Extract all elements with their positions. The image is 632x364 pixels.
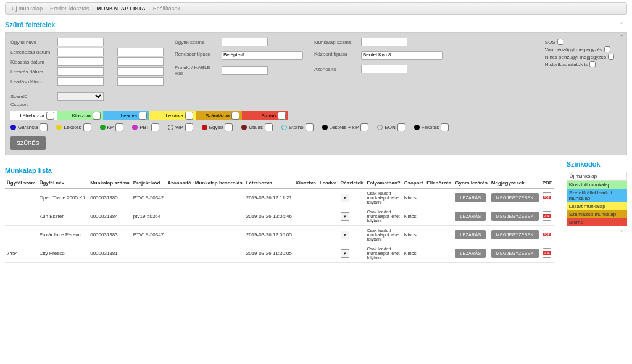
cell-ugyfel-nev: Kun Eszter [38,207,89,226]
chip-checkbox[interactable] [83,123,91,131]
close-button[interactable]: LEZÁRÁS [455,193,486,202]
input-kiosztas-to[interactable] [117,57,164,66]
th-csoport[interactable]: Csoport [402,178,425,189]
input-munkalap-szama[interactable] [361,38,407,46]
chip-checkbox[interactable] [397,123,405,131]
th-megjegyzesek[interactable]: Megjegyzések [489,178,541,189]
input-projekt-kod[interactable] [222,66,268,75]
th-kiosztva[interactable]: Kiosztva [294,178,318,189]
checkbox-sos[interactable] [557,39,563,45]
chip-label: VIP [175,125,183,130]
cell-pdf [541,207,554,226]
chip-checkbox[interactable] [115,123,123,131]
cell-ugyfel-szam: 7454 [5,244,38,263]
close-button[interactable]: LEZÁRÁS [455,212,486,221]
worksheet-table: Ügyfél szám Ügyfél név Munkalap száma Pr… [5,178,554,263]
details-dropdown-icon[interactable]: ▾ [341,231,349,239]
close-button[interactable]: LEZÁRÁS [455,249,486,258]
cell-letrehozva: 2019-03-26 12:06:46 [244,207,294,226]
input-lezaras-to[interactable] [117,67,164,76]
cell-leadva [318,244,339,263]
chip-label: Lekötés + KP [330,125,359,130]
close-button[interactable]: LEZÁRÁS [455,230,486,239]
chip-checkbox[interactable] [306,123,314,131]
checkbox-status-leadva[interactable] [139,112,147,120]
th-gyors-lezaras[interactable]: Gyors lezárás [453,178,489,189]
select-rendszer-tipus[interactable]: BeléptetőEgyébHelyi riasztóKamerarendsze… [222,51,303,60]
th-munkalap-szama[interactable]: Munkalap száma [88,178,131,189]
notes-button[interactable]: MEGJEGYZÉSEK [491,230,539,239]
th-letrehozva[interactable]: Létrehozva [244,178,294,189]
select-kozpont-tipusa[interactable]: Bentel Kyo 8Bentel Omnia 8C&KDSC 1550DSC… [361,51,443,60]
checkbox-van-penz[interactable] [604,46,610,52]
th-pdf[interactable]: PDF [541,178,554,189]
cell-munkalap-szama: 0000031383 [88,226,131,244]
chip-label: KP [107,125,114,130]
chip-vip: VIP [168,123,193,131]
details-dropdown-icon[interactable]: ▾ [341,249,349,258]
pdf-icon[interactable] [543,211,551,221]
notes-button[interactable]: MEGJEGYZÉSEK [491,249,539,258]
label-azonosito: Azonosító [314,67,359,72]
input-ugyfel-szama[interactable] [222,38,268,46]
input-azonosito[interactable] [361,65,407,73]
status-storno: Stornó [261,113,276,118]
input-letrehozas[interactable] [57,48,104,56]
chip-eon: EON [377,123,405,131]
pdf-icon[interactable] [543,248,551,258]
chip-dot-icon [377,125,383,130]
chip-checkbox[interactable] [441,123,449,131]
notes-button[interactable]: MEGJEGYZÉSEK [491,193,539,202]
checkbox-historikus[interactable] [589,61,596,67]
input-lezaras[interactable] [57,67,104,76]
th-reszletek[interactable]: Részletek [339,178,365,189]
chip-checkbox[interactable] [225,123,233,131]
details-dropdown-icon[interactable]: ▾ [341,194,349,202]
tab-new-worksheet[interactable]: Új munkalap [12,6,43,12]
checkbox-status-storno[interactable] [278,112,286,120]
chip-checkbox[interactable] [265,123,273,131]
th-folyamatban[interactable]: Folyamatban? [365,178,402,189]
input-kiosztas[interactable] [57,57,104,66]
table-row: Protár Imre Ferenc0000031383PTV19-503472… [5,226,554,244]
input-ugyfel-neve[interactable] [57,38,104,46]
th-azonosito[interactable]: Azonosító [165,178,193,189]
th-ugyfel-nev[interactable]: Ügyfél név [38,178,89,189]
input-leadas[interactable] [57,77,104,86]
notes-button[interactable]: MEGJEGYZÉSEK [491,212,539,221]
checkbox-status-letrehozva[interactable] [46,112,54,120]
cell-csoport: Nincs [402,207,425,226]
input-leadas-to[interactable] [117,77,164,86]
select-szerelo[interactable] [57,92,104,101]
chip-checkbox[interactable] [360,123,368,131]
tab-original-assignment[interactable]: Eredeti kiosztás [50,6,89,12]
th-besorolas[interactable]: Munkalap besorolás [193,178,244,189]
tab-settings[interactable]: Beállítások [153,6,180,12]
checkbox-status-szamlazva[interactable] [231,112,239,120]
collapse-inner-icon[interactable]: ⌃ [619,34,624,41]
th-ellenorzes[interactable]: Ellenőrzés [425,178,453,189]
pdf-icon[interactable] [543,192,551,202]
collapse-list-icon[interactable]: ⌄ [619,226,625,234]
chip-checkbox[interactable] [40,123,48,131]
th-leadva[interactable]: Leadva [318,178,339,189]
chip-label: Garancia [18,125,38,130]
chip-label: Fekötés [422,125,439,130]
chip-lek-t-s: Lekötés [56,123,91,131]
th-ugyfel-szam[interactable]: Ügyfél szám [5,178,38,189]
filter-button[interactable]: SZŰRÉS [10,136,46,150]
details-dropdown-icon[interactable]: ▾ [341,212,349,221]
checkbox-status-kiosztva[interactable] [93,112,101,120]
pdf-icon[interactable] [543,230,551,239]
th-projekt-kod[interactable]: Projekt kód [131,178,165,189]
collapse-filter-icon[interactable]: ⌃ [619,21,625,29]
chip-checkbox[interactable] [151,123,159,131]
checkbox-status-lezarva[interactable] [185,112,193,120]
chip-checkbox[interactable] [185,123,193,131]
cell-ellenorzes [425,207,453,226]
legend-item: Lezárt munkalap [567,202,627,210]
tab-worksheet-list[interactable]: MUNKALAP LISTA [97,6,146,12]
chip-dot-icon [100,125,106,130]
input-letrehozas-to[interactable] [117,48,164,56]
checkbox-nincs-penz[interactable] [608,54,614,60]
